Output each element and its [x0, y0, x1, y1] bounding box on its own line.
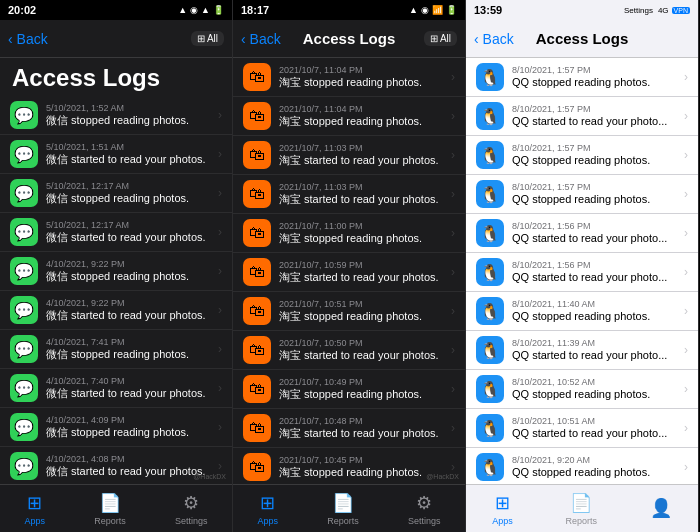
tab-reports-label: Reports [566, 516, 598, 526]
log-desc: 微信 stopped reading photos. [46, 192, 210, 205]
log-item[interactable]: 🛍 2021/10/7, 10:50 PM 淘宝 started to read… [233, 331, 465, 370]
tab-apps[interactable]: ⊞ Apps [492, 492, 513, 526]
back-button[interactable]: ‹ Back [474, 31, 514, 47]
chevron-icon: › [451, 148, 455, 162]
reports-icon: 📄 [332, 492, 354, 514]
page-title: Access Logs [12, 64, 160, 91]
log-item[interactable]: 🐧 8/10/2021, 9:20 AM QQ stopped reading … [466, 448, 698, 484]
log-item[interactable]: 🐧 8/10/2021, 1:57 PM QQ started to read … [466, 97, 698, 136]
log-desc: 淘宝 stopped reading photos. [279, 466, 443, 479]
log-item[interactable]: 💬 5/10/2021, 1:51 AM 微信 started to read … [0, 135, 232, 174]
tab-reports[interactable]: 📄 Reports [94, 492, 126, 526]
log-list: 💬 5/10/2021, 1:52 AM 微信 stopped reading … [0, 96, 232, 484]
tab-reports[interactable]: 📄 Reports [327, 492, 359, 526]
chevron-icon: › [684, 421, 688, 435]
log-date: 2021/10/7, 10:59 PM [279, 260, 443, 270]
status-icons: Settings4GVPN [624, 6, 690, 15]
log-item[interactable]: 💬 4/10/2021, 7:40 PM 微信 started to read … [0, 369, 232, 408]
profile-icon: 👤 [650, 497, 672, 519]
log-desc: QQ stopped reading photos. [512, 466, 676, 479]
log-desc: 微信 stopped reading photos. [46, 426, 210, 439]
all-button[interactable]: ⊞ All [191, 31, 224, 46]
page-title-area: Access Logs [0, 58, 232, 96]
chevron-icon: › [684, 265, 688, 279]
tab-profile[interactable]: 👤 [650, 497, 672, 521]
status-bar: 20:02 ▲◉▲🔋 [0, 0, 232, 20]
all-button[interactable]: ⊞ All [424, 31, 457, 46]
watermark: @HackDX [426, 473, 459, 480]
log-date: 2021/10/7, 10:51 PM [279, 299, 443, 309]
log-item[interactable]: 🛍 2021/10/7, 11:04 PM 淘宝 stopped reading… [233, 97, 465, 136]
chevron-icon: › [218, 420, 222, 434]
apps-icon: ⊞ [260, 492, 275, 514]
log-desc: 淘宝 started to read your photos. [279, 193, 443, 206]
chevron-icon: › [684, 70, 688, 84]
log-item[interactable]: 🛍 2021/10/7, 11:03 PM 淘宝 started to read… [233, 136, 465, 175]
log-desc: 淘宝 stopped reading photos. [279, 310, 443, 323]
log-item[interactable]: 💬 5/10/2021, 12:17 AM 微信 stopped reading… [0, 174, 232, 213]
log-item[interactable]: 🛍 2021/10/7, 10:48 PM 淘宝 started to read… [233, 409, 465, 448]
log-item[interactable]: 🛍 2021/10/7, 10:51 PM 淘宝 stopped reading… [233, 292, 465, 331]
app-icon: 🐧 [476, 219, 504, 247]
tab-settings[interactable]: ⚙ Settings [408, 492, 441, 526]
chevron-icon: › [451, 70, 455, 84]
log-item[interactable]: 💬 4/10/2021, 9:22 PM 微信 started to read … [0, 291, 232, 330]
log-desc: 淘宝 started to read your photos. [279, 154, 443, 167]
log-date: 8/10/2021, 1:57 PM [512, 182, 676, 192]
log-item[interactable]: 🛍 2021/10/7, 11:00 PM 淘宝 stopped reading… [233, 214, 465, 253]
log-item[interactable]: 🛍 2021/10/7, 11:03 PM 淘宝 started to read… [233, 175, 465, 214]
log-item[interactable]: 🐧 8/10/2021, 1:57 PM QQ stopped reading … [466, 136, 698, 175]
log-item[interactable]: 💬 5/10/2021, 12:17 AM 微信 started to read… [0, 213, 232, 252]
chevron-icon: › [684, 187, 688, 201]
log-item[interactable]: 🐧 8/10/2021, 1:56 PM QQ started to read … [466, 214, 698, 253]
settings-icon: ⚙ [183, 492, 199, 514]
log-item[interactable]: 🐧 8/10/2021, 10:51 AM QQ started to read… [466, 409, 698, 448]
tab-settings[interactable]: ⚙ Settings [175, 492, 208, 526]
log-item[interactable]: 🐧 8/10/2021, 1:57 PM QQ stopped reading … [466, 175, 698, 214]
back-button[interactable]: ‹ Back [8, 31, 48, 47]
log-date: 2021/10/7, 11:04 PM [279, 65, 443, 75]
log-item[interactable]: 🛍 2021/10/7, 10:49 PM 淘宝 stopped reading… [233, 370, 465, 409]
log-item[interactable]: 🛍 2021/10/7, 10:59 PM 淘宝 started to read… [233, 253, 465, 292]
log-desc: 微信 started to read your photos. [46, 153, 210, 166]
app-icon: 🛍 [243, 219, 271, 247]
tab-apps[interactable]: ⊞ Apps [25, 492, 46, 526]
app-icon: 🐧 [476, 63, 504, 91]
chevron-icon: › [684, 460, 688, 474]
log-date: 8/10/2021, 1:57 PM [512, 104, 676, 114]
log-desc: 微信 started to read your photos. [46, 387, 210, 400]
log-item[interactable]: 💬 4/10/2021, 7:41 PM 微信 stopped reading … [0, 330, 232, 369]
app-icon: 💬 [10, 140, 38, 168]
chevron-icon: › [451, 187, 455, 201]
chevron-icon: › [684, 304, 688, 318]
log-item[interactable]: 🛍 2021/10/7, 11:04 PM 淘宝 stopped reading… [233, 58, 465, 97]
log-item[interactable]: 💬 4/10/2021, 4:09 PM 微信 stopped reading … [0, 408, 232, 447]
app-icon: 🛍 [243, 141, 271, 169]
nav-bar: ‹ Back Access Logs ⊞ All [233, 20, 465, 58]
log-desc: 淘宝 stopped reading photos. [279, 115, 443, 128]
app-icon: 🐧 [476, 336, 504, 364]
log-item[interactable]: 🐧 8/10/2021, 10:52 AM QQ stopped reading… [466, 370, 698, 409]
log-item[interactable]: 💬 5/10/2021, 1:52 AM 微信 stopped reading … [0, 96, 232, 135]
chevron-icon: › [218, 108, 222, 122]
chevron-icon: › [451, 382, 455, 396]
chevron-icon: › [451, 304, 455, 318]
tab-reports[interactable]: 📄 Reports [566, 492, 598, 526]
log-item[interactable]: 💬 4/10/2021, 9:22 PM 微信 stopped reading … [0, 252, 232, 291]
app-icon: 💬 [10, 374, 38, 402]
status-time: 18:17 [241, 4, 269, 16]
log-desc: 微信 stopped reading photos. [46, 270, 210, 283]
back-button[interactable]: ‹ Back [241, 31, 281, 47]
app-icon: 🛍 [243, 414, 271, 442]
log-date: 8/10/2021, 1:56 PM [512, 260, 676, 270]
log-item[interactable]: 🐧 8/10/2021, 11:40 AM QQ stopped reading… [466, 292, 698, 331]
chevron-icon: › [218, 225, 222, 239]
log-item[interactable]: 🐧 8/10/2021, 11:39 AM QQ started to read… [466, 331, 698, 370]
log-desc: QQ stopped reading photos. [512, 154, 676, 167]
log-date: 2021/10/7, 10:48 PM [279, 416, 443, 426]
log-item[interactable]: 🐧 8/10/2021, 1:57 PM QQ stopped reading … [466, 58, 698, 97]
log-item[interactable]: 🐧 8/10/2021, 1:56 PM QQ started to read … [466, 253, 698, 292]
tab-apps[interactable]: ⊞ Apps [258, 492, 279, 526]
tab-apps-label: Apps [258, 516, 279, 526]
tab-bar: ⊞ Apps 📄 Reports ⚙ Settings [233, 484, 465, 532]
